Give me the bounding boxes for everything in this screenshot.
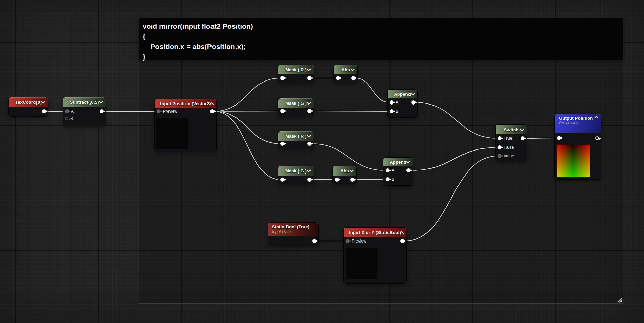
node-append-1[interactable]: AppendAB: [388, 90, 417, 117]
chevron-down-icon[interactable]: [350, 68, 355, 71]
pin-dot[interactable]: [312, 239, 316, 243]
input-pin[interactable]: True: [498, 136, 512, 141]
pin-dot[interactable]: [42, 109, 46, 113]
pin-dot[interactable]: [65, 109, 69, 113]
node-output-position[interactable]: Output PositionPreviewing: [555, 114, 601, 179]
node-header[interactable]: Input X or Y (StaticBool): [344, 228, 406, 237]
wire[interactable]: [214, 111, 280, 180]
input-pin[interactable]: [335, 177, 339, 182]
pin-dot[interactable]: [521, 136, 525, 140]
pin-dot[interactable]: [386, 168, 390, 172]
node-mask-g-2[interactable]: Mask ( G ): [278, 166, 314, 184]
node-header[interactable]: Output PositionPreviewing: [555, 114, 601, 133]
pin-dot[interactable]: [307, 142, 312, 146]
pin-dot[interactable]: [280, 142, 284, 146]
input-pin[interactable]: Preview: [157, 109, 177, 114]
wire[interactable]: [214, 78, 280, 111]
node-subtract[interactable]: Subtract(,0.5)AB: [63, 97, 106, 126]
output-pin[interactable]: [400, 238, 404, 244]
output-pin[interactable]: [411, 100, 415, 105]
node-texcoord[interactable]: TexCoord[0]: [9, 97, 48, 116]
chevron-down-icon[interactable]: [41, 101, 46, 104]
input-pin[interactable]: A: [65, 109, 74, 114]
pin-dot[interactable]: [595, 136, 599, 140]
pin-dot[interactable]: [498, 154, 502, 158]
pin-dot[interactable]: [350, 178, 354, 182]
pin-dot[interactable]: [280, 76, 284, 80]
pin-dot[interactable]: [346, 239, 350, 243]
chevron-down-icon[interactable]: [349, 169, 354, 172]
pin-dot[interactable]: [280, 178, 284, 182]
node-header[interactable]: Static Bool (True)Input Data: [268, 223, 318, 236]
output-pin[interactable]: [350, 177, 354, 182]
output-pin[interactable]: [42, 109, 46, 114]
chevron-down-icon[interactable]: [405, 161, 410, 164]
node-header[interactable]: Input Position (Vector2): [155, 99, 216, 108]
chevron-down-icon[interactable]: [306, 102, 311, 105]
node-header[interactable]: Abs: [334, 65, 357, 74]
input-pin[interactable]: A: [390, 100, 398, 105]
node-input-x-or-y[interactable]: Input X or Y (StaticBool)Preview: [344, 228, 406, 283]
input-pin[interactable]: B: [65, 116, 73, 121]
node-header[interactable]: Append: [383, 158, 413, 166]
node-static-bool[interactable]: Static Bool (True)Input Data: [268, 223, 318, 245]
pin-dot[interactable]: [411, 100, 415, 105]
output-pin[interactable]: [595, 135, 599, 141]
node-abs-1[interactable]: Abs: [334, 65, 357, 83]
wire[interactable]: [415, 102, 498, 138]
input-pin[interactable]: False: [498, 145, 514, 150]
wire[interactable]: [525, 138, 557, 138]
wire[interactable]: [404, 156, 498, 241]
chevron-up-icon[interactable]: [399, 231, 404, 234]
chevron-down-icon[interactable]: [520, 128, 524, 131]
pin-dot[interactable]: [210, 109, 214, 113]
chevron-down-icon[interactable]: [410, 93, 415, 96]
chevron-down-icon[interactable]: [306, 135, 311, 138]
pin-dot[interactable]: [390, 100, 394, 105]
graph-canvas[interactable]: void mirror(input float2 Position){ Posi…: [0, 0, 644, 323]
node-header[interactable]: Switch: [496, 125, 527, 134]
node-abs-2[interactable]: Abs: [333, 166, 356, 184]
chevron-down-icon[interactable]: [306, 169, 311, 172]
wire[interactable]: [312, 111, 390, 111]
pin-dot[interactable]: [280, 109, 284, 113]
output-pin[interactable]: [307, 75, 312, 81]
node-header[interactable]: Mask ( G ): [278, 98, 314, 108]
output-pin[interactable]: [210, 109, 214, 114]
chevron-down-icon[interactable]: [99, 101, 103, 104]
pin-dot[interactable]: [100, 109, 104, 113]
node-mask-r-1[interactable]: Mask ( R ): [278, 65, 314, 83]
wire[interactable]: [355, 78, 390, 102]
node-header[interactable]: Abs: [333, 166, 356, 176]
node-input-position[interactable]: Input Position (Vector2)Preview: [155, 99, 216, 152]
pin-dot[interactable]: [307, 109, 312, 113]
output-pin[interactable]: [406, 168, 411, 173]
input-pin[interactable]: Preview: [346, 238, 366, 244]
pin-dot[interactable]: [307, 178, 312, 182]
pin-dot[interactable]: [335, 178, 339, 182]
pin-dot[interactable]: [498, 136, 502, 140]
node-switch[interactable]: SwitchTrueFalseValue: [496, 125, 527, 161]
input-pin[interactable]: A: [386, 168, 394, 173]
node-mask-g-1[interactable]: Mask ( G ): [278, 98, 314, 116]
input-pin[interactable]: [280, 141, 284, 146]
input-pin[interactable]: [280, 108, 284, 114]
chevron-up-icon[interactable]: [594, 116, 599, 119]
output-pin[interactable]: [100, 109, 104, 114]
node-header[interactable]: Subtract(,0.5): [63, 97, 106, 107]
chevron-up-icon[interactable]: [209, 102, 214, 105]
chevron-down-icon[interactable]: [306, 68, 311, 71]
pin-dot[interactable]: [351, 76, 355, 80]
output-pin[interactable]: [351, 75, 355, 81]
node-mask-r-2[interactable]: Mask ( R ): [278, 131, 314, 149]
output-pin[interactable]: [307, 108, 312, 114]
pin-dot[interactable]: [400, 239, 404, 243]
pin-dot[interactable]: [498, 145, 502, 149]
input-pin[interactable]: B: [390, 109, 398, 114]
wire[interactable]: [354, 179, 386, 180]
output-pin[interactable]: [521, 136, 525, 141]
input-pin[interactable]: Value: [498, 153, 514, 159]
pin-dot[interactable]: [386, 177, 390, 181]
output-pin[interactable]: [307, 177, 312, 182]
pin-dot[interactable]: [307, 76, 312, 80]
